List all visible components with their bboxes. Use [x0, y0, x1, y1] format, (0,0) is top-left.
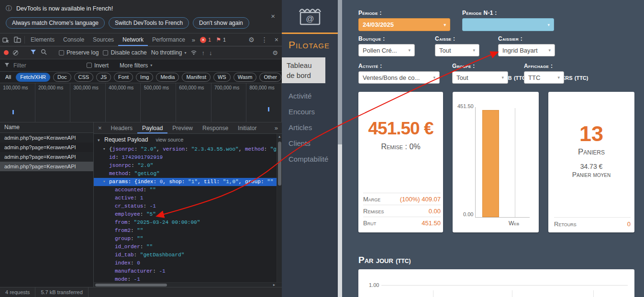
- tab-elements[interactable]: Elements: [26, 33, 59, 46]
- filter-chip-img[interactable]: Img: [136, 73, 153, 82]
- sidebar-item-encours[interactable]: Encours: [282, 104, 338, 120]
- filter-chip-fetch-xhr[interactable]: Fetch/XHR: [16, 73, 50, 82]
- filter-chip-media[interactable]: Media: [156, 73, 179, 82]
- filter-select-periode[interactable]: 24/03/2025▾: [358, 18, 450, 31]
- preserve-log-checkbox[interactable]: Preserve log: [59, 49, 99, 56]
- notification-button-switch-devtools-to-french[interactable]: Switch DevTools to French: [109, 17, 189, 29]
- detail-tab-response[interactable]: Response: [198, 122, 233, 133]
- scroll-up-icon[interactable]: ▲: [278, 134, 280, 140]
- view-source-link[interactable]: view source: [155, 137, 183, 143]
- more-filters-select[interactable]: More filters ▾: [120, 62, 152, 69]
- notification-button-don-t-show-again[interactable]: Don't show again: [193, 17, 249, 29]
- close-icon[interactable]: ×: [271, 12, 275, 20]
- request-row[interactable]: admin.php?page=KerawenAPI: [0, 152, 93, 162]
- search-icon[interactable]: [41, 49, 47, 56]
- detail-tab-initiator[interactable]: Initiator: [233, 122, 261, 133]
- device-toolbar-icon[interactable]: [11, 33, 23, 46]
- tab-sources[interactable]: Sources: [89, 33, 118, 46]
- scrollbar-thumb[interactable]: [95, 284, 167, 286]
- network-conditions-icon[interactable]: [190, 49, 197, 56]
- payload-row-from2[interactable]: from2: "": [94, 227, 282, 235]
- filter-select-affichage[interactable]: TTC▾: [524, 71, 564, 84]
- filter-select-periode_n1[interactable]: ▾: [462, 18, 554, 31]
- scroll-right-icon[interactable]: ►: [273, 283, 275, 287]
- payload-row-id[interactable]: id: 1742901792919: [94, 154, 282, 162]
- record-icon[interactable]: [4, 50, 9, 55]
- payload-row-employee[interactable]: employee: "5": [94, 210, 282, 219]
- inspect-icon[interactable]: [0, 33, 11, 46]
- sidebar-item-tableau-de-bord[interactable]: Tableau de bord: [282, 57, 325, 83]
- filter-select-groupe[interactable]: Tout▾: [452, 71, 508, 84]
- scrollbar-thumb[interactable]: [278, 142, 281, 186]
- more-detail-tabs-icon[interactable]: »: [271, 122, 282, 133]
- network-filter-input[interactable]: [13, 62, 76, 69]
- disable-cache-checkbox[interactable]: Disable cache: [103, 49, 146, 56]
- tab-network[interactable]: Network: [118, 33, 148, 46]
- payload-row-id_tab[interactable]: id_tab: "getDashboard": [94, 251, 282, 259]
- request-row[interactable]: admin.php?page=KerawenAPI: [0, 133, 93, 143]
- notification-button-always-match-chrome-s-language[interactable]: Always match Chrome's language: [6, 17, 105, 29]
- close-detail-icon[interactable]: ×: [94, 122, 106, 133]
- invert-checkbox[interactable]: Invert: [87, 62, 109, 69]
- detail-tab-preview[interactable]: Preview: [167, 122, 198, 133]
- filter-value-caissier: Ingrid Bayart: [502, 47, 538, 54]
- paniers-count-label: Paniers: [548, 147, 634, 157]
- name-column-header[interactable]: Name: [0, 122, 93, 133]
- payload-row-method[interactable]: method: "getLog": [94, 170, 282, 178]
- tab-console[interactable]: Console: [59, 33, 89, 46]
- filter-select-caisse[interactable]: Tout▾: [435, 44, 479, 56]
- filter-select-boutique[interactable]: Pollen Cré...▾: [358, 44, 415, 56]
- filter-chip-manifest[interactable]: Manifest: [182, 73, 211, 82]
- payload-row-params[interactable]: ▾params: {index: 0, shop: "1", till: "1,…: [94, 178, 282, 186]
- tab-performance[interactable]: Performance: [148, 33, 189, 46]
- payload-row-group[interactable]: group: "": [94, 235, 282, 243]
- payload-row-index[interactable]: index: 0: [94, 259, 282, 267]
- issues-badge[interactable]: ⚑ 1: [213, 33, 228, 46]
- error-badge[interactable]: ✕ 1: [198, 33, 213, 46]
- import-har-icon[interactable]: ↑: [201, 49, 205, 56]
- sidebar-item-comptabilit[interactable]: Comptabilité: [282, 151, 338, 167]
- horizontal-scrollbar[interactable]: ►: [94, 282, 282, 287]
- filter-chip-js[interactable]: JS: [96, 73, 111, 82]
- throttling-select[interactable]: No throttling ▾: [151, 49, 187, 56]
- payload-row-jsonrpc[interactable]: jsonrpc: "2.0": [94, 162, 282, 170]
- filter-chip-ws[interactable]: WS: [213, 73, 231, 82]
- kebab-menu-icon[interactable]: ⋮: [258, 36, 271, 44]
- payload-row-cr_status[interactable]: cr_status: -1: [94, 202, 282, 210]
- filter-activite: Activité :Ventes/Bons de co...▾: [358, 63, 440, 84]
- filter-chip-font[interactable]: Font: [114, 73, 133, 82]
- sidebar-item-clients[interactable]: Clients: [282, 135, 338, 151]
- page-scrollbar[interactable]: [338, 0, 342, 297]
- gear-icon[interactable]: ⚙: [245, 36, 258, 44]
- more-tabs-icon[interactable]: »: [189, 33, 198, 46]
- network-settings-icon[interactable]: ⚙: [272, 49, 278, 56]
- payload-row-accounted[interactable]: accounted: "": [94, 186, 282, 194]
- filter-icon[interactable]: [30, 49, 36, 56]
- sidebar-item-activit[interactable]: Activité: [282, 88, 338, 104]
- filter-chip-other[interactable]: Other: [259, 73, 281, 82]
- filter-chip-all[interactable]: All: [3, 73, 13, 82]
- request-row[interactable]: admin.php?page=KerawenAPI: [0, 143, 93, 152]
- vertical-scrollbar[interactable]: ▲: [277, 134, 282, 282]
- payload-row-active[interactable]: active: 1: [94, 194, 282, 202]
- filter-chip-css[interactable]: CSS: [74, 73, 94, 82]
- export-har-icon[interactable]: ↓: [209, 49, 212, 56]
- filter-chip-wasm[interactable]: Wasm: [233, 73, 257, 82]
- detail-tab-payload[interactable]: Payload: [137, 122, 167, 133]
- payload-row-root[interactable]: ▾{jsonrpc: "2.0", version: "2.3.43.55.wo…: [94, 145, 282, 154]
- payload-row-id_order[interactable]: id_order: "": [94, 243, 282, 251]
- detail-tab-headers[interactable]: Headers: [106, 122, 137, 133]
- expand-triangle-icon[interactable]: ▾: [98, 136, 100, 144]
- close-devtools-icon[interactable]: ×: [271, 36, 282, 44]
- page-scrollbar-thumb[interactable]: [338, 0, 342, 144]
- clear-network-log-icon[interactable]: [13, 50, 18, 55]
- network-timeline[interactable]: 100,000 ms200,000 ms300,000 ms400,000 ms…: [0, 83, 282, 122]
- payload-row-mode[interactable]: mode: -1: [94, 275, 282, 282]
- filter-select-activite[interactable]: Ventes/Bons de co...▾: [358, 71, 440, 84]
- sidebar-item-articles[interactable]: Articles: [282, 120, 338, 135]
- filter-chip-doc[interactable]: Doc: [53, 73, 71, 82]
- request-row[interactable]: admin.php?page=KerawenAPI: [0, 162, 93, 171]
- payload-row-from[interactable]: from: "2025-03-24 00:00:00": [94, 219, 282, 227]
- payload-row-manufacturer[interactable]: manufacturer: -1: [94, 267, 282, 275]
- filter-select-caissier[interactable]: Ingrid Bayart▾: [498, 44, 555, 56]
